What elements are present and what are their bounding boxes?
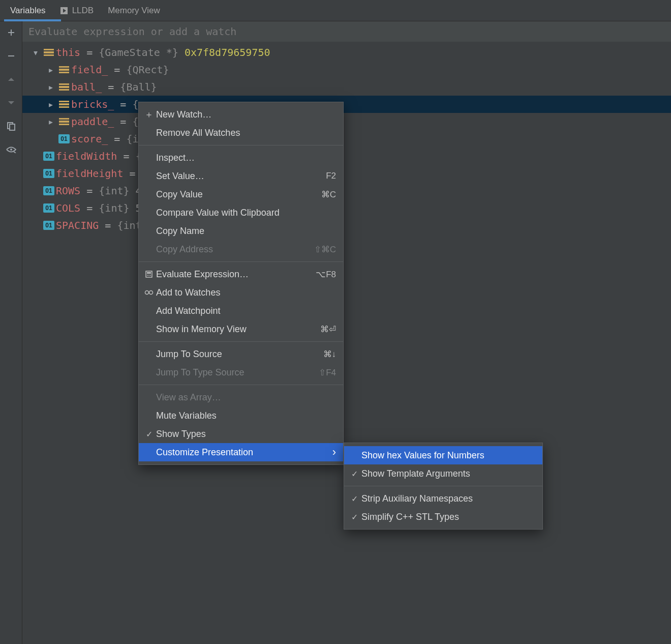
menu-evaluate-expression[interactable]: Evaluate Expression…⌥F8: [139, 265, 343, 283]
chevron-right-icon[interactable]: ▸: [45, 98, 57, 110]
menu-label: Show hex Values for Numbers: [361, 450, 535, 461]
menu-label: Copy Value: [156, 189, 320, 200]
primitive-icon: 01: [42, 152, 56, 161]
menu-label: Evaluate Expression…: [156, 269, 315, 280]
menu-label: Compare Value with Clipboard: [156, 208, 336, 218]
svg-point-10: [149, 291, 153, 295]
menu-shortcut: ⇧F4: [319, 367, 336, 378]
svg-point-3: [10, 149, 12, 151]
chevron-right-icon[interactable]: ▸: [45, 64, 57, 76]
variable-name: score_: [71, 133, 108, 145]
watch-icon[interactable]: [5, 143, 17, 156]
chevron-right-icon[interactable]: ▸: [45, 115, 57, 128]
arrow-down-icon[interactable]: [5, 97, 17, 109]
primitive-icon: 01: [42, 169, 56, 178]
menu-label: Jump To Type Source: [156, 367, 318, 378]
menu-label: Copy Address: [156, 244, 313, 255]
primitive-icon: 01: [42, 203, 56, 213]
tree-row-spacing[interactable]: 01 SPACING = {int: [22, 217, 671, 234]
check-icon: [348, 494, 360, 504]
tree-row-field[interactable]: ▸ field_ = {QRect}: [22, 61, 671, 78]
variable-type: {QRect}: [126, 64, 169, 76]
submenu-show-hex[interactable]: Show hex Values for Numbers: [344, 446, 542, 464]
menu-add-watchpoint[interactable]: Add Watchpoint: [139, 302, 343, 320]
menu-add-to-watches[interactable]: Add to Watches: [139, 283, 343, 302]
menu-separator: [139, 145, 343, 145]
tree-row-this[interactable]: ▾ this = {GameState *} 0x7f8d79659750: [22, 44, 671, 61]
menu-remove-all-watches[interactable]: Remove All Watches: [139, 124, 343, 142]
menu-compare-clipboard[interactable]: Compare Value with Clipboard: [139, 203, 343, 222]
menu-label: Copy Name: [156, 226, 336, 237]
submenu-show-template-args[interactable]: Show Template Arguments: [344, 464, 542, 483]
submenu-strip-namespaces[interactable]: Strip Auxiliary Namespaces: [344, 489, 542, 508]
struct-icon: [57, 83, 71, 91]
menu-label: Add Watchpoint: [156, 306, 336, 316]
tab-variables[interactable]: Variables: [3, 0, 53, 21]
svg-rect-5: [147, 272, 151, 274]
variable-name: SPACING: [56, 219, 99, 231]
svg-point-9: [145, 291, 149, 295]
menu-label: Simplify C++ STL Types: [361, 512, 535, 522]
menu-shortcut: ⌘⏎: [320, 324, 336, 335]
menu-copy-address: Copy Address⇧⌘C: [139, 240, 343, 258]
menu-customize-presentation[interactable]: Customize Presentation: [139, 443, 343, 461]
submenu-simplify-stl[interactable]: Simplify C++ STL Types: [344, 508, 542, 526]
tree-row-fieldheight[interactable]: 01 fieldHeight = {i: [22, 165, 671, 182]
struct-icon: [57, 66, 71, 73]
tree-row-cols[interactable]: 01 COLS = {int} 5: [22, 199, 671, 217]
chevron-down-icon[interactable]: ▾: [29, 46, 42, 58]
tree-row-rows[interactable]: 01 ROWS = {int} 4: [22, 182, 671, 199]
menu-separator: [139, 385, 343, 385]
variable-address: 0x7f8d79659750: [185, 46, 270, 58]
tab-label: Memory View: [108, 6, 160, 16]
menu-copy-name[interactable]: Copy Name: [139, 222, 343, 240]
variable-type: {Ball}: [120, 81, 157, 93]
menu-shortcut: ⇧⌘C: [314, 244, 336, 255]
variable-name: COLS: [56, 202, 80, 214]
menu-copy-value[interactable]: Copy Value⌘C: [139, 185, 343, 203]
menu-show-memory-view[interactable]: Show in Memory View⌘⏎: [139, 320, 343, 338]
menu-set-value[interactable]: Set Value…F2: [139, 167, 343, 185]
chevron-right-icon[interactable]: ▸: [45, 81, 57, 93]
add-icon[interactable]: [5, 26, 17, 39]
tree-row-fieldwidth[interactable]: 01 fieldWidth = {in: [22, 148, 671, 165]
menu-new-watch[interactable]: ＋New Watch…: [139, 105, 343, 124]
tree-row-bricks[interactable]: ▸ bricks_ = {s: [22, 96, 671, 113]
struct-icon: [42, 49, 56, 56]
primitive-icon: 01: [57, 134, 71, 143]
variable-name: field_: [71, 64, 108, 76]
variables-tree: ▾ this = {GameState *} 0x7f8d79659750 ▸ …: [22, 42, 671, 234]
arrow-up-icon[interactable]: [5, 73, 17, 85]
struct-icon: [57, 118, 71, 125]
variable-type: {int}: [99, 202, 129, 214]
evaluate-expression-input[interactable]: Evaluate expression or add a watch: [22, 21, 671, 42]
tree-row-ball[interactable]: ▸ ball_ = {Ball}: [22, 78, 671, 96]
customize-presentation-submenu: Show hex Values for Numbers Show Templat…: [344, 443, 543, 530]
svg-rect-4: [146, 271, 152, 277]
menu-inspect[interactable]: Inspect…: [139, 149, 343, 167]
variables-context-menu: ＋New Watch… Remove All Watches Inspect… …: [138, 102, 344, 465]
menu-separator: [344, 486, 542, 486]
menu-shortcut: ⌘↓: [323, 349, 337, 360]
svg-point-7: [148, 275, 149, 276]
menu-show-types[interactable]: Show Types: [139, 425, 343, 443]
remove-icon[interactable]: [5, 50, 17, 62]
menu-label: View as Array…: [156, 392, 336, 403]
menu-separator: [139, 341, 343, 342]
debugger-tabs: Variables LLDB Memory View: [0, 0, 671, 21]
variable-name: paddle_: [71, 115, 114, 128]
tab-lldb[interactable]: LLDB: [53, 0, 101, 21]
copy-icon[interactable]: [5, 120, 17, 132]
tab-label: Variables: [10, 6, 46, 16]
tree-row-score[interactable]: 01 score_ = {in: [22, 130, 671, 148]
variable-name: this: [56, 46, 80, 58]
menu-mute-variables[interactable]: Mute Variables: [139, 406, 343, 425]
tab-memory-view[interactable]: Memory View: [101, 0, 167, 21]
glasses-icon: [143, 290, 155, 295]
menu-jump-to-source[interactable]: Jump To Source⌘↓: [139, 345, 343, 363]
chevron-right-icon: [332, 446, 336, 459]
primitive-icon: 01: [42, 186, 56, 195]
menu-label: Mute Variables: [156, 411, 336, 421]
tree-row-paddle[interactable]: ▸ paddle_ = {B: [22, 113, 671, 130]
menu-shortcut: F2: [326, 171, 336, 181]
